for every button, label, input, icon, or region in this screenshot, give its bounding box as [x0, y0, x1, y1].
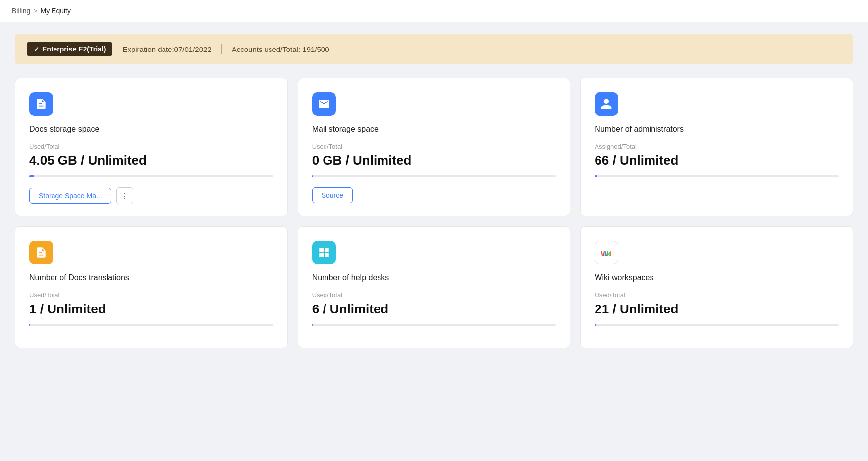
- card-title: Docs storage space: [29, 125, 273, 134]
- svg-text:i: i: [609, 249, 612, 258]
- svg-rect-0: [41, 253, 42, 254]
- check-icon: ✓: [34, 46, 39, 53]
- card-value: 1 / Unlimited: [29, 302, 273, 317]
- card-actions: Source: [312, 187, 556, 203]
- progress-bar: [595, 324, 839, 326]
- card-administrators: Number of administrators Assigned/Total …: [580, 78, 853, 216]
- trial-badge-label: Enterprise E2(Trial): [42, 45, 106, 53]
- card-actions: Storage Space Ma...⋮: [29, 187, 273, 204]
- card-docs-storage: Docs storage space Used/Total 4.05 GB / …: [15, 78, 288, 216]
- progress-bar: [29, 175, 273, 177]
- card-docs-translations: Number of Docs translations Used/Total 1…: [15, 226, 288, 348]
- progress-fill: [312, 324, 313, 326]
- card-metric-label: Used/Total: [29, 143, 273, 150]
- wiki-icon: Wiki: [595, 241, 618, 264]
- progress-fill: [595, 324, 596, 326]
- card-value: 6 / Unlimited: [312, 302, 556, 317]
- more-options-button[interactable]: ⋮: [116, 187, 133, 204]
- card-title: Wiki workspaces: [595, 273, 839, 282]
- progress-bar: [312, 324, 556, 326]
- card-metric-label: Used/Total: [595, 291, 839, 299]
- card-metric-label: Used/Total: [29, 291, 273, 299]
- cards-grid: Docs storage space Used/Total 4.05 GB / …: [15, 78, 853, 348]
- trial-banner: ✓ Enterprise E2(Trial) Expiration date:0…: [15, 34, 853, 64]
- card-help-desks: Number of help desks Used/Total 6 / Unli…: [298, 226, 571, 348]
- breadcrumb-separator: >: [33, 7, 37, 15]
- card-mail-storage: Mail storage space Used/Total 0 GB / Unl…: [298, 78, 571, 216]
- helpdesk-icon: [312, 241, 336, 264]
- source-button[interactable]: Source: [312, 187, 353, 203]
- card-title: Number of help desks: [312, 273, 556, 282]
- card-value: 0 GB / Unlimited: [312, 153, 556, 168]
- docs-translation-icon: [29, 241, 53, 264]
- card-metric-label: Used/Total: [312, 291, 556, 299]
- card-value: 4.05 GB / Unlimited: [29, 153, 273, 168]
- admin-icon: [595, 92, 618, 116]
- breadcrumb: Billing > My Equity: [0, 0, 868, 22]
- trial-accounts: Accounts used/Total: 191/500: [232, 45, 329, 53]
- card-wiki-workspaces: Wiki Wiki workspaces Used/Total 21 / Unl…: [580, 226, 853, 348]
- trial-expiration: Expiration date:07/01/2022: [122, 45, 211, 53]
- progress-bar: [29, 324, 273, 326]
- card-metric-label: Assigned/Total: [595, 143, 839, 150]
- card-value: 21 / Unlimited: [595, 302, 839, 317]
- card-title: Number of administrators: [595, 125, 839, 134]
- trial-badge: ✓ Enterprise E2(Trial): [27, 42, 112, 56]
- card-metric-label: Used/Total: [312, 143, 556, 150]
- storage-space-manage-button[interactable]: Storage Space Ma...: [29, 188, 111, 204]
- trial-separator: [221, 44, 222, 54]
- mail-icon: [312, 92, 336, 116]
- breadcrumb-parent[interactable]: Billing: [12, 7, 30, 15]
- progress-fill: [29, 324, 30, 326]
- progress-bar: [312, 175, 556, 177]
- card-title: Number of Docs translations: [29, 273, 273, 282]
- progress-bar: [595, 175, 839, 177]
- docs-icon: [29, 92, 53, 116]
- progress-fill: [595, 175, 597, 177]
- breadcrumb-current: My Equity: [41, 7, 71, 15]
- card-title: Mail storage space: [312, 125, 556, 134]
- progress-fill: [29, 175, 34, 177]
- main-content: ✓ Enterprise E2(Trial) Expiration date:0…: [0, 22, 868, 360]
- progress-fill: [312, 175, 313, 177]
- card-value: 66 / Unlimited: [595, 153, 839, 168]
